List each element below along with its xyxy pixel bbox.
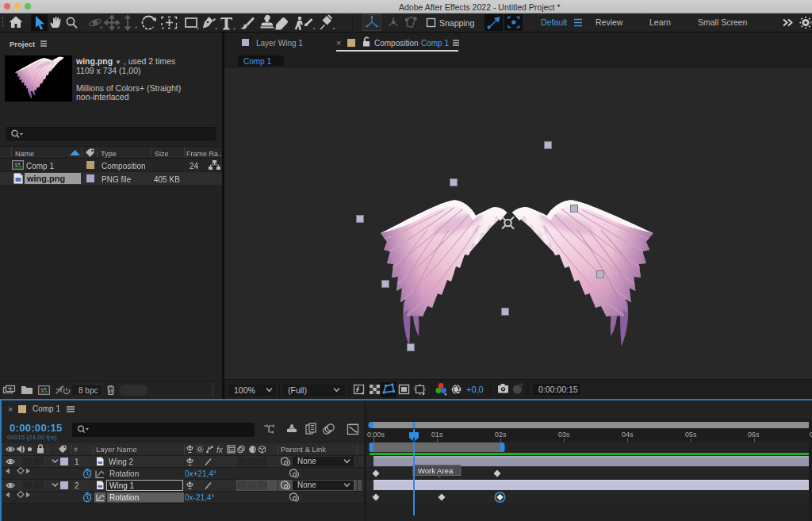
svg-text:Default: Default — [541, 17, 567, 27]
svg-text:1: 1 — [75, 458, 79, 466]
svg-text:Learn: Learn — [649, 17, 671, 27]
svg-text:Comp 1: Comp 1 — [33, 404, 60, 413]
svg-text:0x+21,4°: 0x+21,4° — [185, 469, 216, 478]
svg-text:None: None — [297, 457, 316, 465]
svg-text:00015 (24.00 fps): 00015 (24.00 fps) — [7, 434, 57, 441]
svg-text:0:00:00:15: 0:00:00:15 — [538, 385, 578, 394]
svg-text:0:00:00:15: 0:00:00:15 — [10, 422, 63, 434]
svg-text:0:00s: 0:00s — [367, 431, 385, 439]
svg-text:None: None — [297, 481, 316, 489]
svg-text:Rotation: Rotation — [109, 493, 139, 502]
svg-text:+0,0: +0,0 — [466, 385, 484, 394]
svg-text:2: 2 — [75, 481, 79, 490]
svg-text:03s: 03s — [558, 431, 570, 439]
svg-text:01s: 01s — [431, 431, 443, 439]
svg-text:0x-21,4°: 0x-21,4° — [185, 493, 214, 502]
svg-text:Parent & Link: Parent & Link — [281, 445, 326, 454]
svg-text:Small Screen: Small Screen — [698, 17, 748, 27]
svg-text:Layer Name: Layer Name — [96, 445, 137, 454]
svg-text:Snapping: Snapping — [439, 18, 475, 28]
svg-text:06s: 06s — [748, 431, 760, 439]
svg-text:8 bpc: 8 bpc — [79, 386, 98, 395]
svg-text:#: # — [74, 446, 78, 454]
svg-text:02s: 02s — [495, 431, 507, 439]
svg-text:Work Area: Work Area — [418, 466, 454, 475]
svg-text:Wing 1: Wing 1 — [109, 481, 135, 490]
svg-text:100%: 100% — [234, 385, 255, 395]
svg-text:×: × — [8, 404, 13, 414]
svg-text:(Full): (Full) — [288, 385, 307, 395]
svg-text:fx: fx — [216, 446, 224, 454]
svg-text:04s: 04s — [622, 431, 634, 439]
svg-text:Wing 2: Wing 2 — [109, 458, 134, 466]
svg-text:Rotation: Rotation — [109, 469, 139, 478]
svg-text:05s: 05s — [685, 431, 697, 439]
svg-text:Review: Review — [596, 17, 623, 27]
